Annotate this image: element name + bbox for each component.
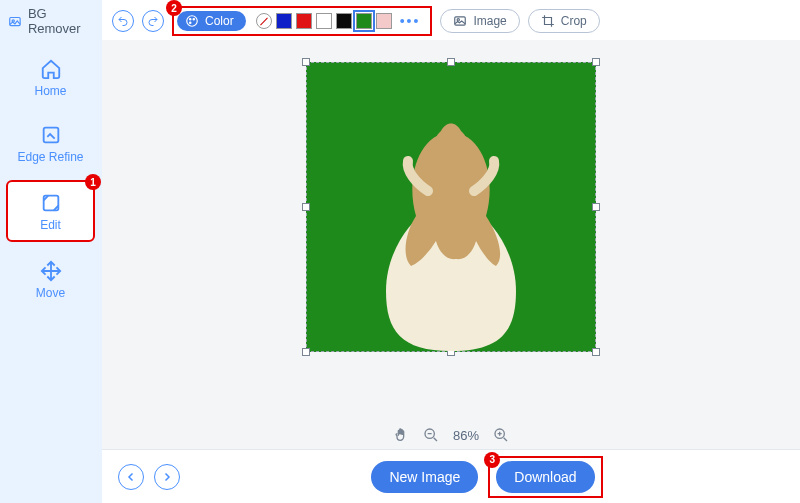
- sidebar-item-label: Home: [34, 84, 66, 98]
- resize-handle-tr[interactable]: [592, 58, 600, 66]
- color-group: 2 Color •••: [172, 6, 432, 36]
- sidebar-item-edge-refine[interactable]: Edge Refine: [2, 114, 99, 172]
- sidebar-item-label: Edge Refine: [17, 150, 83, 164]
- sidebar-item-home[interactable]: Home: [2, 48, 99, 106]
- svg-rect-8: [455, 17, 466, 25]
- color-button[interactable]: Color: [177, 11, 246, 31]
- footer: New Image 3 Download: [102, 449, 800, 503]
- prev-button[interactable]: [118, 464, 144, 490]
- more-colors-button[interactable]: •••: [396, 13, 425, 29]
- image-icon: [453, 14, 467, 28]
- crop-label: Crop: [561, 14, 587, 28]
- resize-handle-br[interactable]: [592, 348, 600, 356]
- image-label: Image: [473, 14, 506, 28]
- undo-icon: [117, 15, 129, 27]
- resize-handle-tl[interactable]: [302, 58, 310, 66]
- sidebar: BG Remover Home Edge Refine 1 Edit Move: [0, 0, 102, 503]
- zoom-in-icon[interactable]: [493, 427, 509, 443]
- resize-handle-r[interactable]: [592, 203, 600, 211]
- sidebar-item-label: Move: [36, 286, 65, 300]
- zoom-value: 86%: [453, 428, 479, 443]
- swatch-row: •••: [252, 13, 425, 29]
- callout-badge: 3: [484, 452, 500, 468]
- canvas[interactable]: 86%: [102, 40, 800, 449]
- main: 2 Color ••• Image: [102, 0, 800, 503]
- chevron-right-icon: [161, 471, 173, 483]
- svg-point-7: [190, 22, 191, 23]
- callout-badge: 1: [85, 174, 101, 190]
- brand: BG Remover: [0, 0, 101, 40]
- subject-image: [346, 91, 556, 351]
- swatch-white[interactable]: [316, 13, 332, 29]
- swatch-blue[interactable]: [276, 13, 292, 29]
- image-button[interactable]: Image: [440, 9, 519, 33]
- resize-handle-t[interactable]: [447, 58, 455, 66]
- redo-button[interactable]: [142, 10, 164, 32]
- download-button[interactable]: Download: [496, 461, 594, 493]
- swatch-green[interactable]: [356, 13, 372, 29]
- color-label: Color: [205, 14, 234, 28]
- sidebar-item-move[interactable]: Move: [2, 250, 99, 308]
- resize-handle-l[interactable]: [302, 203, 310, 211]
- swatch-black[interactable]: [336, 13, 352, 29]
- zoom-bar: 86%: [102, 427, 800, 443]
- brand-icon: [8, 13, 22, 29]
- svg-point-4: [187, 16, 198, 27]
- crop-icon: [541, 14, 555, 28]
- edge-refine-icon: [40, 124, 62, 146]
- new-image-button[interactable]: New Image: [371, 461, 478, 493]
- move-icon: [40, 260, 62, 282]
- sidebar-item-label: Edit: [40, 218, 61, 232]
- edit-icon: [40, 192, 62, 214]
- svg-point-6: [193, 19, 194, 20]
- swatch-red[interactable]: [296, 13, 312, 29]
- pan-icon[interactable]: [393, 427, 409, 443]
- resize-handle-bl[interactable]: [302, 348, 310, 356]
- swatch-pink[interactable]: [376, 13, 392, 29]
- home-icon: [40, 58, 62, 80]
- redo-icon: [147, 15, 159, 27]
- svg-point-9: [457, 19, 459, 21]
- toolbar: 2 Color ••• Image: [102, 0, 800, 40]
- swatch-none[interactable]: [256, 13, 272, 29]
- palette-icon: [185, 14, 199, 28]
- svg-point-5: [190, 19, 191, 20]
- next-button[interactable]: [154, 464, 180, 490]
- zoom-out-icon[interactable]: [423, 427, 439, 443]
- chevron-left-icon: [125, 471, 137, 483]
- artboard[interactable]: [306, 62, 596, 352]
- sidebar-item-edit[interactable]: 1 Edit: [6, 180, 95, 242]
- callout-badge: 2: [166, 0, 182, 16]
- brand-name: BG Remover: [28, 6, 93, 36]
- crop-button[interactable]: Crop: [528, 9, 600, 33]
- undo-button[interactable]: [112, 10, 134, 32]
- download-wrap: 3 Download: [488, 456, 602, 498]
